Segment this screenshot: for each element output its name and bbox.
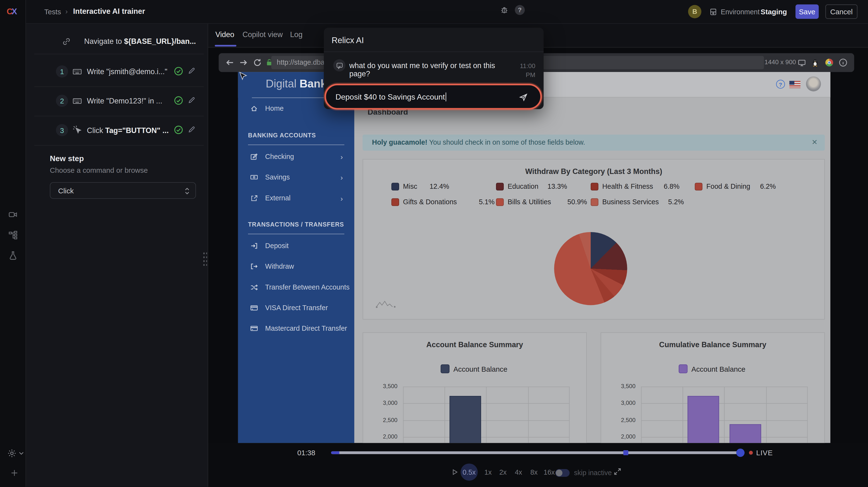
chevron-down-icon[interactable] [18,450,24,456]
legend-pct: 13.3% [548,183,567,190]
legend-label: Food & Dining [707,183,750,190]
speed-1x[interactable]: 1x [485,468,492,476]
browser-refresh-icon[interactable] [253,58,262,67]
app-logo[interactable]: CX [6,6,16,16]
command-select-value: Click [58,186,73,194]
bank-nav-withdraw[interactable]: Withdraw [250,263,294,270]
alert-close-icon[interactable]: ✕ [812,138,817,146]
new-step-subtitle: Choose a command or browse [50,166,148,175]
tab-log[interactable]: Log [290,31,303,39]
edit-pencil-icon[interactable] [188,126,195,133]
check-circle-icon [174,125,183,135]
bank-nav-savings[interactable]: Savings [250,173,290,181]
speed-8x[interactable]: 8x [530,468,538,476]
command-select[interactable]: Click [50,182,196,199]
speed-16x[interactable]: 16x [544,468,555,476]
tab-copilot-view[interactable]: Copilot view [242,31,283,39]
legend-pct: 5.2% [668,198,684,206]
tab-video[interactable]: Video [215,31,234,39]
top-bar: Tests › Interactive AI trainer ? B Envir… [25,0,868,24]
bank-nav-mastercard-transfer[interactable]: Mastercard Direct Transfer [250,325,347,332]
bug-icon[interactable] [500,6,509,14]
message-timestamp: 11:00 PM [511,62,535,79]
play-icon[interactable] [451,468,459,476]
user-avatar[interactable]: B [688,5,702,19]
bar-chart-title: Cumulative Balance Summary [601,341,824,349]
bank-nav-transfer[interactable]: Transfer Between Accounts [250,283,349,291]
bar-account-balance [688,396,719,443]
step-navigate-row[interactable]: Navigate to ${BASE_URL}/ban... [25,27,208,53]
legend-swatch [591,198,598,206]
bank-user-avatar[interactable] [806,76,821,91]
edit-pencil-icon[interactable] [188,67,195,75]
dashboard-alert: Holy guacamole! You should check in on s… [363,134,825,150]
y-axis-tick: 2,500 [601,417,636,423]
environment-icon [709,8,717,16]
sign-out-icon [250,263,258,270]
skip-inactive-toggle[interactable] [555,469,569,477]
chevron-right-icon: › [341,153,343,161]
timeline-track[interactable] [331,451,744,454]
bank-web-page: ? Digital Bank Home BANKING ACCOUNTS Che… [238,72,831,443]
bank-nav-deposit[interactable]: Deposit [250,242,289,250]
speed-4x[interactable]: 4x [515,468,522,476]
external-link-icon [250,194,258,202]
bank-nav-external[interactable]: External [250,194,290,202]
legend-swatch [392,198,399,206]
legend-label: Misc [403,183,417,190]
flask-icon[interactable] [8,251,18,260]
step-row-1[interactable]: 1 Write "jsmith@demo.i..." [25,59,208,85]
step-row-2[interactable]: 2 Write "Demo123!" in ... [25,88,208,114]
step-row-3[interactable]: 3 Click Tag="BUTTON" ... [25,118,208,144]
fullscreen-expand-icon[interactable] [614,467,622,476]
bank-nav-visa-transfer[interactable]: VISA Direct Transfer [250,304,328,312]
us-flag-icon[interactable] [789,81,800,88]
step-label: Click Tag="BUTTON" ... [87,126,169,134]
y-axis-tick: 2,500 [363,417,397,423]
dialog-title: Relicx AI [332,35,364,45]
active-tab-indicator [215,45,237,47]
panel-drag-handle[interactable] [203,251,207,266]
edit-pencil-icon[interactable] [188,96,195,104]
chart-watermark-icon [376,300,396,309]
live-label[interactable]: LIVE [756,449,773,457]
bank-section-banking-accounts: BANKING ACCOUNTS [248,132,316,138]
speed-2x[interactable]: 2x [499,468,507,476]
legend-label: Business Services [602,198,659,206]
assistant-input[interactable]: Deposit $40 to Savings Account [324,84,542,110]
bar-chart-plot [641,387,808,443]
cancel-button[interactable]: Cancel [826,4,858,19]
y-axis-tick: 3,000 [363,399,397,406]
info-icon[interactable] [839,58,848,67]
y-axis-tick: 3,500 [363,383,397,389]
step-label: Write "Demo123!" in ... [87,97,162,105]
timeline-event-marker[interactable] [623,450,628,455]
send-icon[interactable] [519,93,528,102]
add-icon[interactable] [10,469,18,477]
bank-help-icon[interactable]: ? [776,80,785,89]
bar-chart-title: Account Balance Summary [363,341,586,349]
new-step-title: New step [50,154,84,163]
save-button[interactable]: Save [796,4,819,19]
browser-forward-icon[interactable] [239,58,248,67]
sitemap-icon[interactable] [8,231,18,240]
monitor-icon[interactable] [798,59,806,67]
settings-gear-icon[interactable] [7,449,17,458]
legend-label: Education [507,183,538,190]
video-camera-icon[interactable] [8,210,18,219]
environment-value[interactable]: Staging [761,8,787,16]
bank-nav-home[interactable]: Home [250,105,284,113]
step-number: 1 [56,65,68,78]
step-number: 3 [56,124,68,136]
legend-swatch [496,198,504,206]
keyboard-icon [72,67,82,77]
y-axis-tick: 2,000 [601,433,636,439]
viewport-resolution: 1440 x 900 [765,59,796,65]
browser-back-icon[interactable] [225,58,234,67]
help-icon[interactable]: ? [515,5,525,15]
bank-nav-checking[interactable]: Checking [250,153,294,161]
breadcrumb-tests[interactable]: Tests [44,8,61,16]
timeline-playhead[interactable] [736,449,744,457]
legend-swatch [392,183,399,190]
speed-0.5x[interactable]: 0.5x [461,463,478,481]
